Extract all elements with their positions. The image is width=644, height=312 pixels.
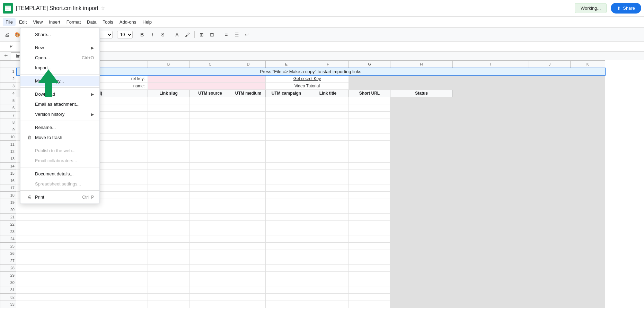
cell-r28-c3[interactable] — [231, 265, 266, 272]
cell-r12-c8[interactable] — [453, 148, 529, 155]
cell-r7-c1[interactable] — [148, 112, 189, 119]
cell-r24-c9[interactable] — [529, 235, 571, 243]
add-sheet-button[interactable]: + — [3, 52, 9, 60]
cell-r17-c5[interactable] — [307, 184, 349, 192]
cell-r7-c2[interactable] — [189, 112, 231, 119]
menu-item-open[interactable]: Open... Ctrl+O — [20, 53, 99, 63]
cell-r25-c9[interactable] — [529, 243, 571, 250]
cell-r11-c4[interactable] — [266, 141, 307, 148]
text-color-icon[interactable]: A — [172, 30, 182, 40]
menu-tools[interactable]: Tools — [100, 18, 116, 26]
cell-r9-c8[interactable] — [453, 126, 529, 133]
menu-view[interactable]: View — [30, 18, 45, 26]
cell-r16-c7[interactable] — [390, 177, 453, 184]
cell-r5-c6[interactable] — [349, 97, 390, 104]
cell-r13-c5[interactable] — [307, 155, 349, 163]
cell-r27-c5[interactable] — [307, 257, 349, 265]
cell-r7-c4[interactable] — [266, 112, 307, 119]
cell-r19-c3[interactable] — [231, 199, 266, 206]
cell-r5-c3[interactable] — [231, 97, 266, 104]
cell-r20-c10[interactable] — [571, 206, 605, 214]
cell-r17-c9[interactable] — [529, 184, 571, 192]
cell-r14-c7[interactable] — [390, 163, 453, 170]
cell-r18-c8[interactable] — [453, 192, 529, 199]
cell-r14-c4[interactable] — [266, 163, 307, 170]
cell-r6-c5[interactable] — [307, 104, 349, 112]
cell-r26-c10[interactable] — [571, 250, 605, 257]
cell-r22-c4[interactable] — [266, 221, 307, 228]
secret-key-value[interactable] — [148, 75, 266, 83]
cell-r32-c5[interactable] — [307, 294, 349, 301]
cell-r20-c0[interactable] — [16, 206, 148, 214]
cell-r23-c2[interactable] — [189, 228, 231, 235]
cell-r9-c4[interactable] — [266, 126, 307, 133]
cell-r23-c6[interactable] — [349, 228, 390, 235]
menu-item-doc-details[interactable]: Document details... — [20, 169, 99, 179]
cell-r11-c10[interactable] — [571, 141, 605, 148]
cell-r33-c7[interactable] — [390, 301, 453, 308]
cell-r22-c3[interactable] — [231, 221, 266, 228]
cell-r12-c5[interactable] — [307, 148, 349, 155]
star-icon[interactable]: ☆ — [100, 5, 105, 11]
cell-r6-c7[interactable] — [390, 104, 453, 112]
cell-r11-c3[interactable] — [231, 141, 266, 148]
col-header-k[interactable]: K — [571, 61, 605, 68]
cell-r30-c3[interactable] — [231, 279, 266, 286]
cell-r9-c10[interactable] — [571, 126, 605, 133]
print-icon[interactable]: 🖨 — [2, 30, 12, 40]
cell-r9-c5[interactable] — [307, 126, 349, 133]
cell-r30-c10[interactable] — [571, 279, 605, 286]
cell-r10-c8[interactable] — [453, 133, 529, 141]
cell-r22-c6[interactable] — [349, 221, 390, 228]
cell-r15-c8[interactable] — [453, 170, 529, 177]
cell-r29-c3[interactable] — [231, 272, 266, 279]
cell-r24-c1[interactable] — [148, 235, 189, 243]
cell-r6-c10[interactable] — [571, 104, 605, 112]
cell-r6-c1[interactable] — [148, 104, 189, 112]
cell-r10-c10[interactable] — [571, 133, 605, 141]
cell-r27-c10[interactable] — [571, 257, 605, 265]
cell-r32-c0[interactable] — [16, 294, 148, 301]
menu-edit[interactable]: Edit — [16, 18, 29, 26]
text-wrap-icon[interactable]: ↵ — [242, 30, 252, 40]
cell-r6-c9[interactable] — [529, 104, 571, 112]
cell-r30-c6[interactable] — [349, 279, 390, 286]
cell-r18-c1[interactable] — [148, 192, 189, 199]
cell-r7-c7[interactable] — [390, 112, 453, 119]
menu-item-version-history[interactable]: Version history ▶ — [20, 109, 99, 119]
cell-r24-c6[interactable] — [349, 235, 390, 243]
cell-r29-c10[interactable] — [571, 272, 605, 279]
cell-r24-c5[interactable] — [307, 235, 349, 243]
cell-r13-c4[interactable] — [266, 155, 307, 163]
cell-r20-c2[interactable] — [189, 206, 231, 214]
cell-r30-c0[interactable] — [16, 279, 148, 286]
working-button[interactable]: Working... — [575, 3, 607, 13]
cell-r8-c1[interactable] — [148, 119, 189, 126]
cell-r21-c10[interactable] — [571, 214, 605, 221]
cell-r26-c7[interactable] — [390, 250, 453, 257]
col-header-b[interactable]: B — [148, 61, 189, 68]
cell-r15-c1[interactable] — [148, 170, 189, 177]
cell-r13-c6[interactable] — [349, 155, 390, 163]
cell-r18-c2[interactable] — [189, 192, 231, 199]
cell-r20-c1[interactable] — [148, 206, 189, 214]
cell-r29-c9[interactable] — [529, 272, 571, 279]
cell-r18-c10[interactable] — [571, 192, 605, 199]
cell-r32-c9[interactable] — [529, 294, 571, 301]
menu-item-new[interactable]: New ▶ — [20, 43, 99, 53]
cell-r25-c8[interactable] — [453, 243, 529, 250]
cell-r25-c5[interactable] — [307, 243, 349, 250]
cell-r28-c1[interactable] — [148, 265, 189, 272]
cell-r8-c2[interactable] — [189, 119, 231, 126]
cell-r26-c8[interactable] — [453, 250, 529, 257]
cell-r31-c9[interactable] — [529, 286, 571, 294]
cell-r26-c6[interactable] — [349, 250, 390, 257]
cell-r32-c3[interactable] — [231, 294, 266, 301]
share-button[interactable]: ⬆ Share — [611, 3, 641, 14]
cell-r32-c6[interactable] — [349, 294, 390, 301]
cell-r5-c10[interactable] — [571, 97, 605, 104]
cell-r19-c10[interactable] — [571, 199, 605, 206]
menu-format[interactable]: Format — [64, 18, 83, 26]
cell-r26-c1[interactable] — [148, 250, 189, 257]
cell-r19-c1[interactable] — [148, 199, 189, 206]
